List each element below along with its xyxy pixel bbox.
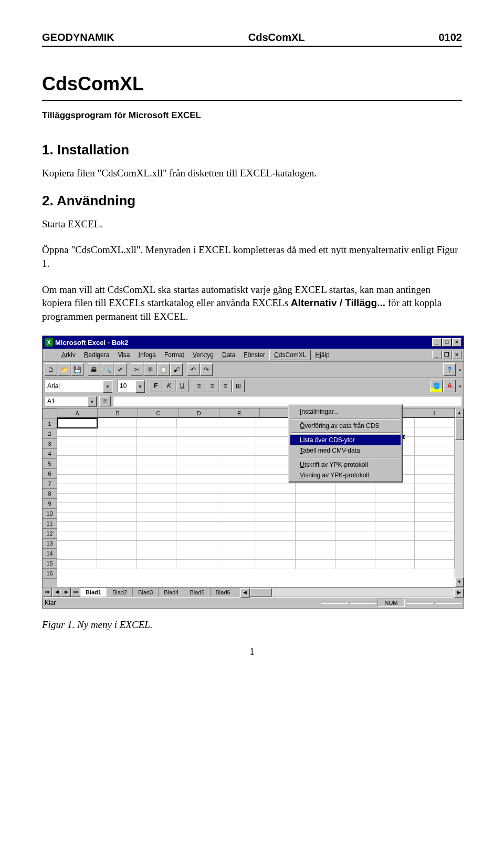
cell[interactable] xyxy=(97,475,137,484)
cell[interactable] xyxy=(296,560,335,569)
cell[interactable] xyxy=(57,541,97,550)
close-button[interactable]: × xyxy=(452,338,461,347)
tab-nav-prev-icon[interactable]: ◀ xyxy=(52,588,61,597)
cell[interactable] xyxy=(57,484,97,494)
cell[interactable] xyxy=(97,437,137,446)
font-size-select[interactable]: 10 ▼ xyxy=(117,380,145,392)
menu-data[interactable]: Data xyxy=(218,350,239,360)
cell[interactable] xyxy=(296,512,335,522)
cell[interactable] xyxy=(216,550,256,560)
merge-center-icon[interactable]: ⊞ xyxy=(232,380,245,392)
cell[interactable] xyxy=(97,503,137,512)
cell[interactable] xyxy=(216,512,256,522)
cell[interactable] xyxy=(57,494,97,503)
cell[interactable] xyxy=(335,522,375,531)
cell[interactable] xyxy=(216,503,256,512)
cell[interactable] xyxy=(415,550,455,560)
cell[interactable] xyxy=(176,427,216,437)
cell[interactable] xyxy=(216,446,256,456)
menu-fonster[interactable]: Fönster xyxy=(239,350,269,360)
italic-button[interactable]: K xyxy=(163,380,175,392)
cell[interactable] xyxy=(375,494,415,503)
cell[interactable] xyxy=(97,484,137,494)
mdi-icon[interactable] xyxy=(45,351,54,359)
cell[interactable] xyxy=(415,560,455,569)
cell[interactable] xyxy=(136,531,176,541)
cell[interactable] xyxy=(98,418,138,427)
cell[interactable] xyxy=(216,494,256,503)
sheet-tab-blad4[interactable]: Blad4 xyxy=(159,588,184,596)
row-header[interactable]: 15 xyxy=(43,559,57,569)
cell[interactable] xyxy=(216,484,256,494)
cell[interactable] xyxy=(256,560,296,569)
cell[interactable] xyxy=(216,541,256,550)
cell[interactable] xyxy=(57,418,98,428)
cell[interactable] xyxy=(415,494,455,503)
cell[interactable] xyxy=(57,475,97,484)
font-color-icon[interactable]: A xyxy=(443,380,456,392)
row-header[interactable]: 14 xyxy=(43,549,57,559)
cell[interactable] xyxy=(216,465,256,475)
spellcheck-icon[interactable]: ✔ xyxy=(114,363,127,376)
row-header[interactable]: 1 xyxy=(43,419,57,429)
cell[interactable] xyxy=(176,465,216,475)
cell[interactable] xyxy=(296,550,335,560)
formula-equals-button[interactable]: = xyxy=(99,396,111,406)
cell[interactable] xyxy=(216,522,256,531)
horizontal-scrollbar[interactable]: ◀ ▶ xyxy=(240,588,464,596)
mdi-minimize-button[interactable]: _ xyxy=(432,351,442,359)
cell[interactable] xyxy=(57,427,97,437)
col-header[interactable]: C xyxy=(138,409,178,418)
redo-icon[interactable]: ↷ xyxy=(200,363,213,376)
mdi-close-button[interactable]: × xyxy=(452,351,461,359)
row-header[interactable]: 5 xyxy=(43,459,57,469)
paste-icon[interactable]: 📋 xyxy=(157,363,170,376)
cell[interactable] xyxy=(256,512,296,522)
cell[interactable] xyxy=(176,560,216,569)
mdi-restore-button[interactable]: ❐ xyxy=(442,351,452,359)
cell[interactable] xyxy=(335,512,375,522)
print-preview-icon[interactable]: 🔍 xyxy=(101,363,113,376)
cell[interactable] xyxy=(256,522,296,531)
copy-icon[interactable]: ⎘ xyxy=(144,363,156,376)
row-header[interactable]: 2 xyxy=(43,429,57,439)
col-header[interactable]: E xyxy=(219,409,260,418)
cell[interactable] xyxy=(256,494,296,503)
cell[interactable] xyxy=(97,456,137,465)
cell[interactable] xyxy=(136,503,176,512)
font-name-select[interactable]: Arial ▼ xyxy=(45,380,113,392)
cell[interactable] xyxy=(415,522,455,531)
scroll-left-icon[interactable]: ◀ xyxy=(240,588,250,598)
select-all-corner[interactable] xyxy=(43,409,57,419)
cell[interactable] xyxy=(97,541,137,550)
cell[interactable] xyxy=(296,484,335,494)
cell[interactable] xyxy=(136,494,176,503)
cell[interactable] xyxy=(296,503,335,512)
save-icon[interactable]: 💾 xyxy=(71,363,83,376)
cell[interactable] xyxy=(176,494,216,503)
cell[interactable] xyxy=(256,484,296,494)
print-icon[interactable]: 🖶 xyxy=(88,363,100,376)
tab-nav-next-icon[interactable]: ▶ xyxy=(61,588,71,597)
cell[interactable] xyxy=(97,494,137,503)
cell[interactable] xyxy=(97,550,137,560)
row-header[interactable]: 11 xyxy=(43,519,57,529)
cell[interactable] xyxy=(136,456,176,465)
cell[interactable] xyxy=(296,494,335,503)
row-header[interactable]: 3 xyxy=(43,439,57,449)
row-header[interactable]: 9 xyxy=(43,499,57,509)
cut-icon[interactable]: ✂ xyxy=(131,363,143,376)
scroll-up-icon[interactable]: ▲ xyxy=(455,409,464,418)
cell[interactable] xyxy=(136,560,176,569)
cell[interactable] xyxy=(415,541,455,550)
cell[interactable] xyxy=(256,550,296,560)
row-header[interactable]: 12 xyxy=(43,529,57,539)
cell[interactable] xyxy=(176,550,216,560)
help-icon[interactable]: ? xyxy=(443,363,456,376)
row-header[interactable]: 4 xyxy=(43,449,57,459)
bold-button[interactable]: F xyxy=(150,380,162,392)
cell[interactable] xyxy=(136,475,176,484)
cell[interactable] xyxy=(97,465,137,475)
menu-visa[interactable]: Visa xyxy=(113,350,134,360)
cell[interactable] xyxy=(216,560,256,569)
